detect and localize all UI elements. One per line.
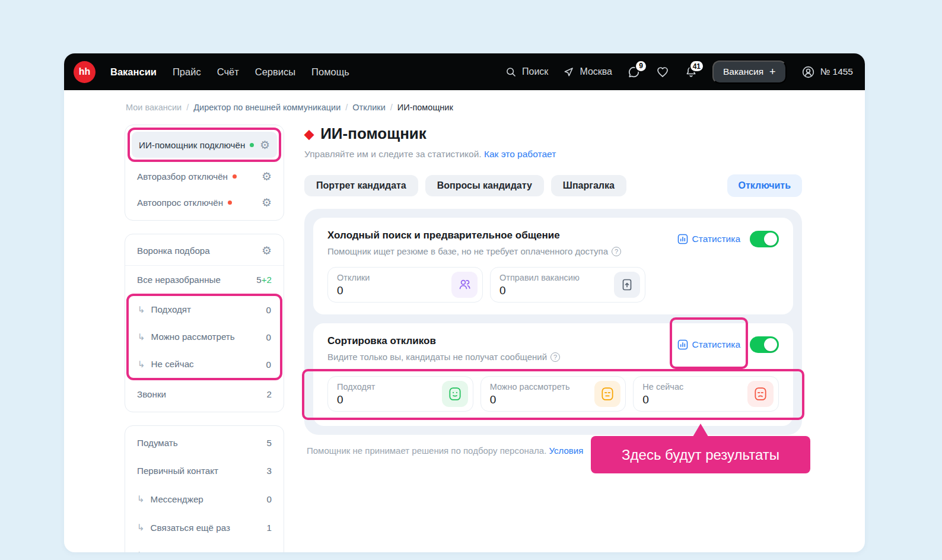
menu-item-vacancies[interactable]: Вакансии	[110, 66, 157, 78]
menu-item-services[interactable]: Сервисы	[255, 66, 295, 78]
location-button[interactable]: Москва	[562, 66, 612, 78]
chat-icon[interactable]: 9	[626, 65, 641, 79]
sent-vacancy-label: Отправил вакансию	[499, 273, 580, 282]
navbar-right: Поиск Москва 9	[505, 61, 853, 84]
sidebar-item-calls[interactable]: Звонки 2	[125, 380, 284, 408]
suitable-count: 0	[266, 305, 271, 315]
gear-icon[interactable]: ⚙	[260, 139, 270, 151]
stat-box-not-now[interactable]: Не сейчас 0	[633, 376, 779, 412]
assistants-card: ИИ-помощник подключён ⚙ Авторазбор отклю…	[125, 125, 284, 221]
candidate-questions-button[interactable]: Вопросы кандидату	[425, 175, 544, 196]
breadcrumb-current: ИИ-помощник	[397, 103, 453, 112]
sidebar-item-autoreview[interactable]: Авторазбор отключён ⚙	[130, 163, 279, 189]
hh-logo[interactable]: hh	[74, 61, 96, 83]
callout-text: Здесь будут результаты	[622, 447, 779, 463]
sub-arrow-icon: ↳	[138, 332, 145, 342]
breadcrumb-separator: /	[186, 103, 189, 112]
create-vacancy-label: Вакансия	[723, 66, 763, 77]
sidebar-item-messenger[interactable]: ↳Мессенджер 0	[125, 485, 284, 513]
stat-box-sent-vacancy[interactable]: Отправил вакансию 0	[490, 267, 645, 303]
stages-card: Подумать 5 Первичный контакт 3 ↳Мессендж…	[125, 425, 284, 552]
actions-row: Портрет кандидата Вопросы кандидату Шпар…	[304, 174, 802, 197]
messenger-count: 0	[267, 494, 272, 504]
breadcrumb-my-vacancies[interactable]: Мои вакансии	[126, 103, 182, 112]
highlight-frame-funnel: ↳Подходят 0 ↳Можно рассмотреть 0 ↳Не сей…	[126, 294, 282, 380]
search-button[interactable]: Поиск	[505, 66, 548, 78]
not-now-stat-label: Не сейчас	[642, 382, 683, 392]
sorting-toggle[interactable]	[750, 336, 779, 353]
sidebar-item-partial[interactable]: ↳	[125, 542, 284, 552]
consider-stat-label: Можно рассмотреть	[490, 382, 570, 392]
sidebar-item-consider[interactable]: ↳Можно рассмотреть 0	[129, 323, 280, 351]
menu-item-account[interactable]: Счёт	[217, 66, 239, 78]
calls-count: 2	[267, 389, 272, 399]
sorting-subtitle: Видите только вы, кандидаты не получат с…	[327, 352, 677, 362]
statistics-link[interactable]: Статистика	[677, 234, 740, 244]
status-dot-off	[233, 174, 237, 179]
cold-search-toggle[interactable]	[750, 231, 779, 247]
consider-label: Можно рассмотреть	[151, 332, 235, 342]
toggle-knob	[764, 233, 777, 246]
callout-tooltip: Здесь будут результаты	[591, 436, 810, 473]
terms-link[interactable]: Условия	[549, 446, 584, 456]
geo-icon	[562, 66, 575, 78]
breadcrumb-vacancy[interactable]: Директор по внешней коммуникации	[193, 103, 340, 112]
profile-icon	[801, 65, 816, 79]
account-menu[interactable]: № 1455	[801, 65, 853, 79]
sent-vacancy-value: 0	[499, 284, 580, 297]
gear-icon[interactable]: ⚙	[262, 171, 272, 182]
menu-item-help[interactable]: Помощь	[311, 66, 349, 78]
gear-icon[interactable]: ⚙	[262, 197, 272, 208]
sidebar-item-unsorted[interactable]: Все неразобранные 5+2	[125, 266, 284, 294]
search-label: Поиск	[522, 66, 548, 77]
bar-chart-icon	[677, 234, 688, 244]
favorites-heart-icon[interactable]	[655, 65, 670, 79]
stat-box-responses[interactable]: Отклики 0	[327, 267, 483, 303]
sub-arrow-icon: ↳	[137, 522, 145, 533]
think-label: Подумать	[137, 438, 178, 448]
notifications-bell-icon[interactable]: 41	[684, 65, 698, 79]
breadcrumb-separator: /	[345, 103, 348, 112]
breadcrumb-responses[interactable]: Отклики	[352, 103, 385, 112]
sub-arrow-icon: ↳	[138, 359, 145, 369]
stat-box-suitable[interactable]: Подходят 0	[327, 376, 473, 412]
unsorted-label: Все неразобранные	[137, 275, 221, 285]
help-icon[interactable]: ?	[550, 352, 560, 362]
page-subtitle: Управляйте им и следите за статистикой. …	[304, 149, 802, 160]
menu-item-price[interactable]: Прайс	[173, 66, 201, 78]
calls-label: Звонки	[137, 389, 166, 399]
footer-note: Помощник не принимает решения по подбору…	[304, 446, 802, 456]
funnel-card: Воронка подбора ⚙ Все неразобранные 5+2 …	[125, 234, 284, 412]
help-icon[interactable]: ?	[612, 247, 621, 256]
gear-icon[interactable]: ⚙	[262, 245, 272, 256]
assistant-settings-panel: Холодный поиск и предварительное общение…	[304, 209, 802, 435]
sidebar-item-suitable[interactable]: ↳Подходят 0	[129, 296, 280, 323]
candidate-portrait-button[interactable]: Портрет кандидата	[304, 175, 418, 196]
consider-stat-value: 0	[490, 393, 570, 406]
autoreview-label: Авторазбор отключён	[137, 171, 228, 182]
statistics-link[interactable]: Статистика	[677, 339, 740, 350]
sub-arrow-icon: ↳	[137, 494, 145, 504]
sidebar-item-contact-again[interactable]: ↳Связаться ещё раз 1	[125, 513, 284, 542]
sidebar-item-ai-assistant[interactable]: ИИ-помощник подключён ⚙	[132, 132, 277, 158]
stat-box-consider[interactable]: Можно рассмотреть 0	[480, 376, 626, 412]
first-contact-count: 3	[267, 466, 272, 476]
sidebar-item-not-now[interactable]: ↳Не сейчас 0	[129, 351, 280, 378]
not-now-label: Не сейчас	[151, 359, 194, 369]
sidebar-item-think[interactable]: Подумать 5	[125, 429, 284, 457]
bar-chart-icon	[677, 339, 688, 350]
cheatsheet-button[interactable]: Шпаргалка	[551, 175, 626, 196]
sidebar-item-autosurvey[interactable]: Автоопрос отключён ⚙	[130, 189, 279, 215]
create-vacancy-button[interactable]: Вакансия +	[712, 61, 787, 84]
neutral-face-icon	[594, 381, 620, 407]
sidebar-item-first-contact[interactable]: Первичный контакт 3	[125, 457, 284, 485]
contact-again-count: 1	[267, 523, 272, 533]
highlight-frame-assistant: ИИ-помощник подключён ⚙	[128, 128, 281, 162]
sub-arrow-icon: ↳	[138, 304, 145, 314]
cold-search-subtitle: Помощник ищет резюме в базе, но не требу…	[327, 246, 677, 256]
disable-button[interactable]: Отключить	[727, 174, 803, 197]
ai-assistant-label: ИИ-помощник подключён	[139, 140, 245, 150]
status-dot-on	[250, 143, 254, 147]
status-dot-off	[228, 201, 232, 205]
how-it-works-link[interactable]: Как это работает	[484, 149, 556, 159]
